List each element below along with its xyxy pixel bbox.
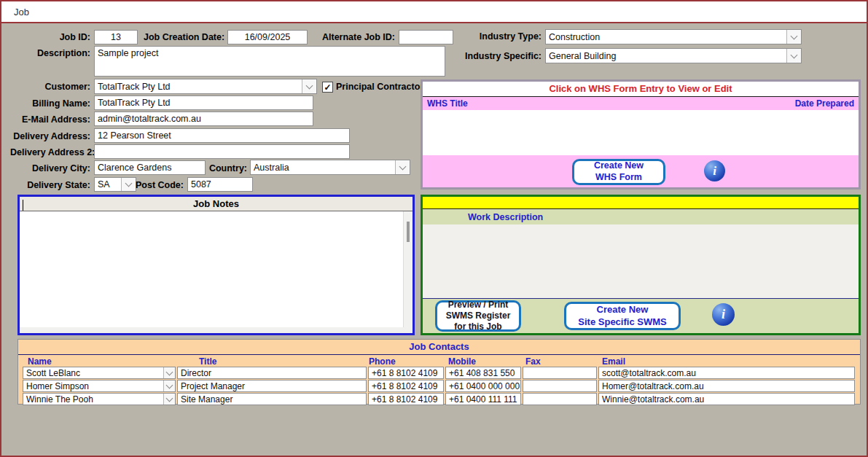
- job-creation-date-field[interactable]: [227, 30, 308, 44]
- industry-type-dropdown[interactable]: Construction: [545, 29, 802, 44]
- customer-value: TotalTrack Pty Ltd: [95, 79, 302, 93]
- job-notes-footer-strip: [20, 327, 407, 333]
- billing-name-label: Billing Name:: [10, 98, 90, 109]
- industry-type-value: Construction: [546, 30, 786, 44]
- contact-phone-field[interactable]: +61 8 8102 4109: [368, 393, 444, 405]
- country-dropdown[interactable]: Australia: [250, 160, 410, 175]
- job-creation-date-label: Job Creation Date:: [144, 32, 224, 42]
- chevron-down-icon[interactable]: [163, 367, 175, 378]
- job-window: Job Job ID: Job Creation Date: Alternate…: [0, 0, 868, 457]
- swms-list[interactable]: [423, 224, 859, 299]
- customer-dropdown[interactable]: TotalTrack Pty Ltd: [94, 79, 317, 94]
- post-code-field[interactable]: [187, 177, 253, 192]
- contact-phone-field[interactable]: +61 8 8102 4109: [368, 380, 444, 392]
- whs-instruction: Click on WHS Form Entry to View or Edit: [423, 82, 859, 97]
- chevron-down-icon[interactable]: [786, 30, 801, 44]
- principal-contractor-checkbox[interactable]: ✓: [322, 82, 333, 93]
- job-notes-panel: Job Notes: [17, 195, 415, 335]
- contact-email-field[interactable]: Winnie@totaltrack.com.au: [598, 393, 855, 405]
- job-contacts-title: Job Contacts: [18, 341, 860, 352]
- delivery-address-field[interactable]: [94, 128, 350, 143]
- alternate-job-id-label: Alternate Job ID:: [315, 32, 395, 42]
- country-value: Australia: [251, 160, 395, 174]
- create-new-whs-form-button[interactable]: Create New WHS Form: [572, 159, 665, 185]
- job-id-label: Job ID:: [10, 32, 90, 42]
- industry-specific-dropdown[interactable]: General Building: [545, 48, 802, 63]
- contact-fax-field[interactable]: [523, 367, 597, 379]
- job-id-field[interactable]: [94, 30, 138, 44]
- contact-name-value: Winnie The Pooh: [26, 394, 93, 405]
- billing-name-field[interactable]: [94, 95, 313, 110]
- chevron-down-icon[interactable]: [302, 79, 316, 93]
- whs-form-list[interactable]: [423, 110, 859, 155]
- contact-title-field[interactable]: Project Manager: [177, 380, 367, 392]
- chevron-down-icon[interactable]: [163, 380, 175, 391]
- industry-specific-label: Industry Specific:: [439, 51, 541, 61]
- contacts-email-header: Email: [602, 356, 625, 367]
- contact-mobile-field[interactable]: +61 408 831 550: [445, 367, 521, 379]
- swms-highlight-bar: [423, 197, 859, 209]
- job-contacts-panel: Job Contacts Name Title Phone Mobile Fax…: [17, 339, 861, 405]
- job-notes-field[interactable]: [20, 211, 413, 327]
- window-title: Job: [14, 7, 29, 17]
- delivery-state-value: SA: [95, 178, 121, 191]
- description-label: Description:: [10, 48, 90, 58]
- chevron-down-icon[interactable]: [786, 49, 801, 63]
- description-field[interactable]: Sample project: [94, 46, 445, 77]
- country-label: Country:: [196, 163, 247, 173]
- contact-fax-field[interactable]: [523, 380, 597, 392]
- industry-type-label: Industry Type:: [439, 31, 541, 42]
- email-address-field[interactable]: [94, 112, 313, 126]
- delivery-address-2-field[interactable]: [94, 144, 350, 159]
- whs-info-icon[interactable]: i: [704, 160, 725, 181]
- contacts-name-header: Name: [28, 356, 52, 367]
- work-description-column-header: Work Description: [468, 212, 543, 222]
- delivery-city-label: Delivery City:: [10, 163, 90, 173]
- swms-footer: Preview / Print SWMS Register for this J…: [423, 299, 859, 333]
- contacts-phone-header: Phone: [369, 356, 396, 367]
- delivery-state-dropdown[interactable]: SA: [94, 177, 136, 192]
- contact-email-field[interactable]: scott@totaltrack.com.au: [598, 367, 855, 379]
- chevron-down-icon[interactable]: [163, 394, 175, 405]
- email-address-label: E-Mail Address:: [10, 114, 90, 125]
- contact-name-value: Homer Simpson: [26, 381, 89, 391]
- whs-title-column-header: WHS Title: [427, 98, 468, 109]
- swms-info-icon[interactable]: i: [712, 303, 735, 326]
- preview-print-swms-register-button[interactable]: Preview / Print SWMS Register for this J…: [435, 300, 521, 332]
- delivery-state-label: Delivery State:: [10, 180, 90, 190]
- title-bar: Job: [1, 1, 867, 22]
- delivery-city-field[interactable]: [94, 160, 206, 175]
- whs-panel: Click on WHS Form Entry to View or Edit …: [421, 79, 861, 190]
- post-code-label: Post Code:: [133, 180, 184, 190]
- job-contacts-divider: [18, 354, 860, 355]
- contact-fax-field[interactable]: [523, 393, 597, 405]
- contacts-title-header: Title: [199, 356, 216, 367]
- contact-mobile-field[interactable]: +61 0400 111 111: [445, 393, 521, 405]
- contact-name-dropdown[interactable]: Scott LeBlanc: [23, 367, 176, 379]
- scrollbar-thumb[interactable]: [407, 222, 410, 242]
- whs-footer: Create New WHS Form i: [423, 155, 859, 187]
- whs-list-header: WHS Title Date Prepared: [423, 97, 859, 110]
- text-caret: [23, 200, 23, 211]
- industry-specific-value: General Building: [546, 49, 786, 63]
- contact-mobile-field[interactable]: +61 0400 000 000: [445, 380, 521, 392]
- contact-phone-field[interactable]: +61 8 8102 4109: [368, 367, 444, 379]
- swms-list-header: Work Description: [423, 209, 859, 224]
- contact-title-field[interactable]: Director: [177, 367, 367, 379]
- contact-name-dropdown[interactable]: Winnie The Pooh: [23, 393, 176, 405]
- date-prepared-column-header: Date Prepared: [795, 98, 854, 109]
- contact-name-dropdown[interactable]: Homer Simpson: [23, 380, 176, 392]
- contact-title-field[interactable]: Site Manager: [177, 393, 367, 405]
- swms-panel: Work Description Preview / Print SWMS Re…: [421, 195, 861, 335]
- contact-email-field[interactable]: Homer@totaltrack.com.au: [598, 380, 855, 392]
- job-notes-scrollbar[interactable]: [403, 211, 413, 333]
- delivery-address-label: Delivery Address:: [10, 131, 90, 141]
- contacts-mobile-header: Mobile: [448, 356, 476, 367]
- chevron-down-icon[interactable]: [395, 160, 410, 174]
- delivery-address-2-label: Delivery Address 2:: [10, 147, 90, 157]
- create-new-site-specific-swms-button[interactable]: Create New Site Specific SWMS: [564, 302, 681, 330]
- footer-bar: Delete This Job Done Preview / Print Job…: [1, 407, 867, 457]
- contacts-fax-header: Fax: [525, 356, 541, 367]
- job-notes-title: Job Notes: [20, 197, 413, 211]
- customer-label: Customer:: [10, 82, 90, 92]
